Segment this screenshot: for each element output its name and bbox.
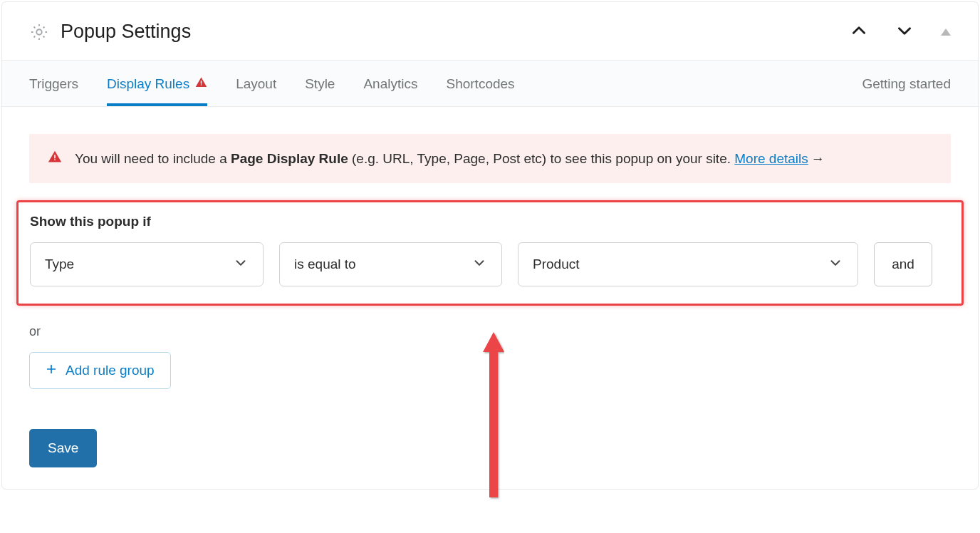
rule-field-select[interactable]: Type <box>30 242 264 286</box>
warning-icon <box>195 76 207 92</box>
tabs-bar: Triggers Display Rules Layout Style Anal… <box>2 60 978 107</box>
tab-label: Display Rules <box>107 76 189 92</box>
save-button[interactable]: Save <box>29 429 97 467</box>
warning-icon <box>48 150 62 167</box>
add-rule-group-button[interactable]: Add rule group <box>29 352 171 389</box>
tab-layout[interactable]: Layout <box>236 61 276 106</box>
gear-icon <box>29 22 49 42</box>
svg-point-0 <box>36 29 41 34</box>
and-button[interactable]: and <box>874 242 932 286</box>
chevron-down-icon[interactable] <box>895 21 914 43</box>
chevron-up-icon[interactable] <box>850 21 868 43</box>
save-label: Save <box>48 440 78 456</box>
plus-icon <box>46 363 57 378</box>
rule-group-highlighted: Show this popup if Type is equal to Prod… <box>16 200 964 306</box>
getting-started-link[interactable]: Getting started <box>862 61 951 106</box>
chevron-down-icon <box>233 255 249 274</box>
panel-header: Popup Settings <box>2 2 978 60</box>
tab-style[interactable]: Style <box>305 61 335 106</box>
rule-value-select[interactable]: Product <box>518 242 858 286</box>
tab-content: You will need to include a Page Display … <box>2 107 978 489</box>
tab-label: Layout <box>236 76 276 92</box>
more-details-link[interactable]: More details <box>734 151 808 166</box>
page-title: Popup Settings <box>61 21 191 43</box>
chevron-down-icon <box>828 255 843 274</box>
tab-display-rules[interactable]: Display Rules <box>107 61 207 106</box>
chevron-down-icon <box>471 255 487 274</box>
tab-label: Style <box>305 76 335 92</box>
tab-label: Triggers <box>29 76 78 92</box>
notice-suffix: (e.g. URL, Type, Page, Post etc) to see … <box>348 151 735 166</box>
add-rule-label: Add rule group <box>66 363 155 378</box>
tab-label: Analytics <box>363 76 417 92</box>
tab-label: Shortcodes <box>446 76 514 92</box>
notice-banner: You will need to include a Page Display … <box>29 134 951 183</box>
select-value: Type <box>45 257 74 272</box>
rule-operator-select[interactable]: is equal to <box>279 242 502 286</box>
select-value: Product <box>533 257 579 272</box>
arrow-right-icon: → <box>811 151 825 166</box>
or-separator: or <box>29 324 951 339</box>
tab-label: Getting started <box>862 76 951 92</box>
rule-heading: Show this popup if <box>30 214 950 229</box>
notice-prefix: You will need to include a <box>75 151 231 166</box>
select-value: is equal to <box>294 257 356 272</box>
collapse-icon[interactable] <box>941 29 951 36</box>
and-label: and <box>892 257 914 272</box>
tab-shortcodes[interactable]: Shortcodes <box>446 61 514 106</box>
notice-bold: Page Display Rule <box>231 151 348 166</box>
notice-text: You will need to include a Page Display … <box>75 151 825 167</box>
tab-analytics[interactable]: Analytics <box>363 61 417 106</box>
tab-triggers[interactable]: Triggers <box>29 61 78 106</box>
